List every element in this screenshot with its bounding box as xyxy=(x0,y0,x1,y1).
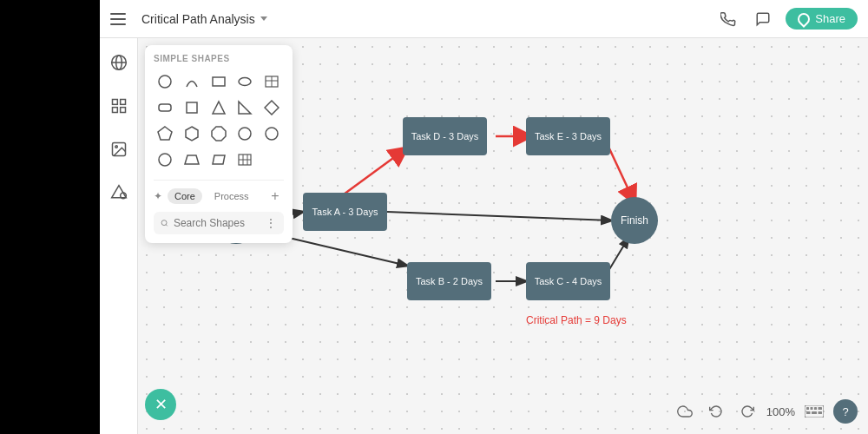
left-sidebar xyxy=(100,38,138,434)
svg-marker-35 xyxy=(185,155,199,164)
shape-rect[interactable] xyxy=(207,70,230,93)
svg-rect-46 xyxy=(814,407,817,410)
undo-icon[interactable] xyxy=(704,399,728,424)
svg-rect-45 xyxy=(811,407,813,410)
title-dropdown-icon[interactable] xyxy=(260,16,267,21)
svg-point-8 xyxy=(115,146,117,148)
header: Critical Path Analysis Share xyxy=(100,0,868,38)
shape-grid2[interactable] xyxy=(233,148,256,171)
comment-icon[interactable] xyxy=(751,7,775,31)
svg-line-17 xyxy=(608,238,628,271)
shape-pentagon[interactable] xyxy=(154,122,176,145)
svg-marker-26 xyxy=(213,102,225,114)
svg-line-12 xyxy=(338,151,403,199)
tab-add-button[interactable]: + xyxy=(266,187,284,205)
svg-rect-50 xyxy=(819,411,823,414)
help-button[interactable]: ? xyxy=(833,399,858,424)
sidebar-globe-icon[interactable] xyxy=(105,49,133,76)
sidebar-grid-icon[interactable] xyxy=(105,92,133,120)
shape-circle3[interactable] xyxy=(260,122,283,145)
search-more-icon[interactable]: ⋮ xyxy=(265,216,277,230)
finish-node[interactable]: Finish xyxy=(611,197,658,244)
shape-table[interactable] xyxy=(260,70,283,93)
svg-marker-31 xyxy=(212,127,226,141)
shape-diamond[interactable] xyxy=(260,96,283,119)
shape-hexagon[interactable] xyxy=(181,122,203,145)
sidebar-image-icon[interactable] xyxy=(105,135,133,163)
shape-octagon[interactable] xyxy=(207,122,230,145)
shape-square[interactable] xyxy=(181,96,203,119)
finish-label: Finish xyxy=(621,214,648,227)
left-border xyxy=(0,0,100,434)
svg-rect-47 xyxy=(819,407,823,410)
shapes-search-container: ⋮ xyxy=(154,212,284,234)
shape-ellipse[interactable] xyxy=(233,70,256,93)
svg-rect-6 xyxy=(120,108,125,113)
shape-rounded-rect[interactable] xyxy=(154,96,176,119)
taskD-label: Task D - 3 Days xyxy=(411,131,479,141)
share-leaf-icon xyxy=(795,10,812,28)
taskE-node[interactable]: Task E - 3 Days xyxy=(526,117,610,155)
taskC-label: Task C - 4 Days xyxy=(535,276,602,286)
shapes-grid xyxy=(154,70,284,171)
taskB-node[interactable]: Task B - 2 Days xyxy=(407,262,491,300)
svg-marker-36 xyxy=(213,155,225,164)
zoom-level: 100% xyxy=(766,405,795,418)
svg-point-34 xyxy=(159,154,171,166)
svg-rect-19 xyxy=(213,77,225,86)
tab-process[interactable]: Process xyxy=(207,188,256,204)
shapes-search-input[interactable] xyxy=(174,217,260,229)
svg-marker-29 xyxy=(158,127,172,140)
shape-circle[interactable] xyxy=(154,70,176,93)
svg-line-42 xyxy=(166,225,168,227)
svg-point-41 xyxy=(161,220,167,226)
shape-arc[interactable] xyxy=(181,70,203,93)
tab-core[interactable]: Core xyxy=(168,188,202,204)
svg-point-32 xyxy=(239,128,251,140)
shape-circle2[interactable] xyxy=(233,122,256,145)
svg-rect-44 xyxy=(806,407,809,410)
share-label: Share xyxy=(815,12,845,25)
svg-line-14 xyxy=(608,147,633,199)
shape-triangle[interactable] xyxy=(207,96,230,119)
close-button[interactable]: ✕ xyxy=(145,389,176,420)
shape-parallelogram[interactable] xyxy=(207,148,230,171)
shape-trapezoid[interactable] xyxy=(181,148,203,171)
keyboard-shortcut-icon xyxy=(802,399,826,424)
svg-point-18 xyxy=(159,76,171,88)
taskC-node[interactable]: Task C - 4 Days xyxy=(526,262,610,300)
sidebar-shapes-icon[interactable] xyxy=(105,179,133,207)
svg-rect-3 xyxy=(112,100,117,105)
svg-rect-24 xyxy=(159,104,171,111)
body-container: Start Task A - 3 Days Task D - 3 Days Ta… xyxy=(100,38,868,434)
close-icon: ✕ xyxy=(155,395,168,414)
cloud-icon[interactable] xyxy=(673,399,697,424)
redo-icon[interactable] xyxy=(735,399,760,424)
shapes-tabs: ✦ Core Process + xyxy=(154,180,284,205)
critical-path-label: Critical Path = 9 Days xyxy=(526,314,627,326)
help-icon: ? xyxy=(842,405,848,418)
search-icon xyxy=(161,218,168,228)
taskB-label: Task B - 2 Days xyxy=(416,276,483,286)
shape-circle4[interactable] xyxy=(154,148,176,171)
shapes-panel: SIMPLE SHAPES xyxy=(145,45,293,243)
svg-rect-5 xyxy=(112,108,117,113)
hamburger-menu[interactable] xyxy=(110,9,131,30)
svg-rect-48 xyxy=(806,411,811,414)
share-button[interactable]: Share xyxy=(786,8,858,30)
phone-icon[interactable] xyxy=(716,7,740,31)
svg-marker-28 xyxy=(265,101,279,115)
svg-marker-30 xyxy=(186,127,198,141)
svg-rect-4 xyxy=(120,100,125,105)
shape-right-triangle[interactable] xyxy=(233,96,256,119)
taskA-node[interactable]: Task A - 3 Days xyxy=(303,193,387,231)
svg-rect-49 xyxy=(812,411,817,414)
taskD-node[interactable]: Task D - 3 Days xyxy=(403,117,487,155)
doc-title: Critical Path Analysis xyxy=(141,12,255,26)
doc-title-container: Critical Path Analysis xyxy=(141,12,267,26)
taskA-label: Task A - 3 Days xyxy=(312,207,378,217)
svg-rect-25 xyxy=(187,102,197,113)
shapes-panel-title: SIMPLE SHAPES xyxy=(154,54,284,63)
svg-line-11 xyxy=(387,212,611,220)
svg-marker-27 xyxy=(239,102,251,114)
